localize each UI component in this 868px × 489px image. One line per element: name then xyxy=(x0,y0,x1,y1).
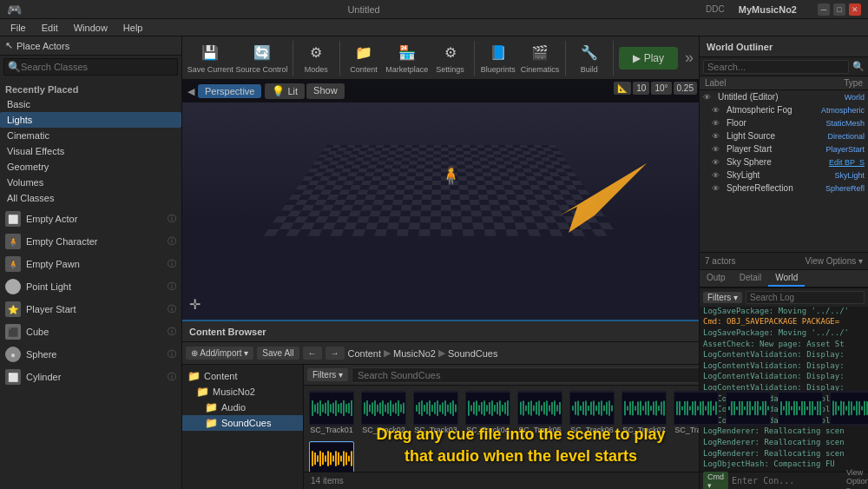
actor-empty-pawn[interactable]: 🧍 Empty Pawn ⓘ xyxy=(0,253,181,275)
console-filter-button[interactable]: Filters ▾ xyxy=(703,292,742,303)
category-geometry[interactable]: Geometry xyxy=(0,159,181,175)
visibility-icon[interactable]: 👁 xyxy=(703,93,715,102)
marketplace-button[interactable]: 🏪 Marketplace xyxy=(385,40,429,76)
search-input[interactable] xyxy=(21,62,174,72)
actor-sphere[interactable]: ● Sphere ⓘ xyxy=(0,343,181,366)
save-all-button[interactable]: Save All xyxy=(257,347,299,360)
nav-back-button[interactable]: ← xyxy=(303,347,322,360)
actor-empty-character[interactable]: 🧍 Empty Character ⓘ xyxy=(0,230,181,253)
list-item[interactable]: SC_Track03 xyxy=(411,389,460,436)
list-item[interactable]: SC_Track01 xyxy=(307,389,356,436)
list-item[interactable]: SC_Track14 xyxy=(307,439,356,472)
svg-rect-233 xyxy=(338,453,339,465)
blueprints-button[interactable]: 📘 Blueprints xyxy=(479,40,516,76)
marketplace-label: Marketplace xyxy=(385,65,428,74)
visibility-icon[interactable]: 👁 xyxy=(712,171,724,180)
tab-details[interactable]: Detail xyxy=(733,270,769,287)
camera-speed-button[interactable]: 0.25 xyxy=(674,82,697,95)
outliner-view-options[interactable]: View Options ▾ xyxy=(805,256,863,266)
svg-rect-164 xyxy=(804,401,806,415)
outliner-item[interactable]: 👁Untitled (Editor)World xyxy=(700,90,868,103)
visibility-icon[interactable]: 👁 xyxy=(712,106,724,115)
list-item[interactable]: SC_Track06 xyxy=(568,389,616,436)
toolbar-expand-icon[interactable]: » xyxy=(685,49,694,67)
category-cinematic[interactable]: Cinematic xyxy=(0,128,181,143)
svg-rect-53 xyxy=(468,400,470,415)
menu-file[interactable]: File xyxy=(3,21,33,35)
svg-rect-30 xyxy=(392,404,394,412)
cinematics-button[interactable]: 🎬 Cinematics xyxy=(520,40,560,76)
console-cmd-button[interactable]: Cmd ▾ xyxy=(703,472,728,490)
category-volumes[interactable]: Volumes xyxy=(0,175,181,190)
actor-player-start[interactable]: ⭐ Player Start ⓘ xyxy=(0,298,181,320)
console-search-input[interactable] xyxy=(746,291,865,304)
category-basic[interactable]: Basic xyxy=(0,96,181,112)
grid-size-button[interactable]: 10 xyxy=(633,82,649,95)
breadcrumb-content[interactable]: Content xyxy=(348,348,382,359)
menu-edit[interactable]: Edit xyxy=(35,21,65,35)
visibility-icon[interactable]: 👁 xyxy=(712,119,724,128)
svg-rect-78 xyxy=(541,406,542,412)
svg-rect-62 xyxy=(491,400,493,416)
outliner-item[interactable]: 👁Atmospheric FogAtmospheric xyxy=(700,103,868,116)
folder-content[interactable]: 📁 Content xyxy=(182,368,303,384)
svg-rect-119 xyxy=(663,400,665,415)
perspective-button[interactable]: Perspective xyxy=(198,84,261,98)
content-button[interactable]: 📁 Content xyxy=(345,40,382,76)
lit-button[interactable]: 💡 Lit xyxy=(265,83,305,99)
svg-rect-165 xyxy=(806,406,808,410)
grid-snap-button[interactable]: 📐 xyxy=(614,82,631,95)
outliner-item[interactable]: 👁Player StartPlayerStart xyxy=(700,142,868,155)
list-item[interactable]: SC_Track05 xyxy=(516,389,564,436)
outliner-search-input[interactable] xyxy=(703,60,849,74)
tab-world[interactable]: World xyxy=(768,270,805,287)
outliner-item[interactable]: 👁SphereReflectionSphereRefl xyxy=(700,182,868,195)
modes-button[interactable]: ⚙ Modes xyxy=(298,40,334,76)
menu-window[interactable]: Window xyxy=(67,21,115,35)
scene-character: 🧍 xyxy=(440,165,462,186)
menu-help[interactable]: Help xyxy=(116,21,150,35)
outliner-item[interactable]: 👁SkyLightSkyLight xyxy=(700,169,868,182)
breadcrumb-soundcues[interactable]: SoundCues xyxy=(448,348,498,359)
folder-audio[interactable]: 📁 Audio xyxy=(182,400,303,415)
category-lights[interactable]: Lights xyxy=(0,112,181,128)
maximize-button[interactable]: □ xyxy=(833,3,845,16)
category-visual-effects[interactable]: Visual Effects xyxy=(0,143,181,159)
console-input[interactable] xyxy=(732,476,843,486)
folder-musicno2[interactable]: 📁 MusicNo2 xyxy=(182,384,303,400)
outliner-item[interactable]: 👁Light SourceDirectional xyxy=(700,129,868,142)
visibility-icon[interactable]: 👁 xyxy=(712,132,724,141)
breadcrumb-musicno2[interactable]: MusicNo2 xyxy=(393,348,436,359)
outliner-item[interactable]: 👁FloorStaticMesh xyxy=(700,116,868,129)
visibility-icon[interactable]: 👁 xyxy=(712,158,724,167)
console-view-options[interactable]: View Options ▾ xyxy=(846,468,868,490)
filter-button[interactable]: Filters ▾ xyxy=(307,368,348,381)
actor-cylinder[interactable]: ⬜ Cylinder ⓘ xyxy=(0,366,181,388)
build-button[interactable]: 🔧 Build xyxy=(571,40,608,76)
close-button[interactable]: ✕ xyxy=(849,3,861,16)
visibility-icon[interactable]: 👁 xyxy=(712,145,724,154)
nav-fwd-button[interactable]: → xyxy=(326,347,345,360)
search-bar[interactable]: 🔍 xyxy=(3,58,178,76)
source-control-button[interactable]: 🔄 Source Control xyxy=(237,40,287,76)
minimize-button[interactable]: ─ xyxy=(818,3,830,16)
save-current-button[interactable]: 💾 Save Current xyxy=(187,40,233,76)
outliner-item[interactable]: 👁Sky SphereEdit BP_S xyxy=(700,155,868,169)
folder-soundcues[interactable]: 📁 SoundCues xyxy=(182,415,303,431)
tab-output[interactable]: Outp xyxy=(700,270,733,287)
list-item[interactable]: SC_Track02 xyxy=(359,389,408,436)
actor-empty[interactable]: ⬜ Empty Actor ⓘ xyxy=(0,208,181,230)
visibility-icon[interactable]: 👁 xyxy=(712,184,724,193)
list-item[interactable]: SC_Track07 xyxy=(620,389,668,436)
actor-cube[interactable]: ⬛ Cube ⓘ xyxy=(0,320,181,343)
angle-button[interactable]: 10° xyxy=(651,82,671,95)
category-all-classes[interactable]: All Classes xyxy=(0,190,181,206)
svg-rect-73 xyxy=(528,402,529,415)
viewport-prev-icon[interactable]: ◀ xyxy=(187,86,194,97)
settings-button[interactable]: ⚙ Settings xyxy=(432,40,469,76)
list-item[interactable]: SC_Track04 xyxy=(464,389,512,436)
add-import-button[interactable]: ⊕ Add/import ▾ xyxy=(186,347,253,360)
play-button[interactable]: ▶ Play xyxy=(619,47,678,69)
actor-point-light[interactable]: Point Light ⓘ xyxy=(0,275,181,298)
show-button[interactable]: Show xyxy=(306,83,345,99)
